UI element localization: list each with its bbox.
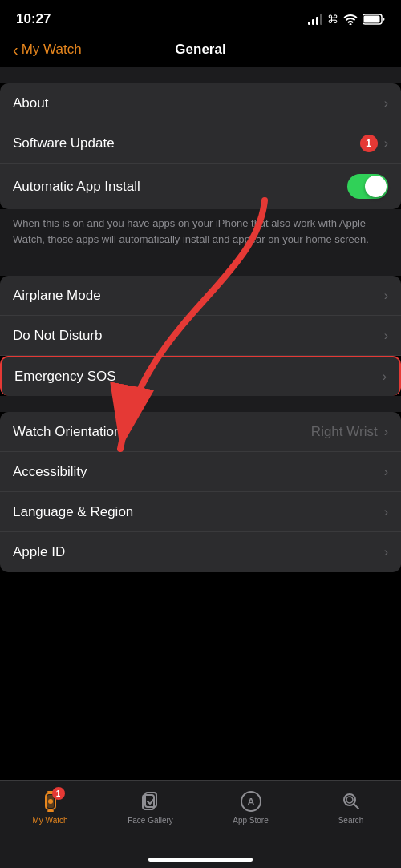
- accessibility-item[interactable]: Accessibility ›: [0, 452, 401, 492]
- search-tab-label: Search: [338, 816, 364, 825]
- section-gap-2: [0, 260, 401, 276]
- settings-group-3: Watch Orientation Right Wrist › Accessib…: [0, 412, 401, 572]
- back-button[interactable]: ‹ My Watch: [13, 42, 82, 58]
- chevron-icon: ›: [384, 505, 388, 519]
- app-store-tab-label: App Store: [233, 816, 268, 825]
- apple-id-right: ›: [384, 545, 388, 559]
- chevron-icon: ›: [384, 465, 388, 479]
- signal-icon: [308, 14, 322, 25]
- about-item[interactable]: About ›: [0, 83, 401, 123]
- tab-bar: 1 My Watch Face Gallery A App Store: [0, 780, 401, 868]
- face-gallery-tab-label: Face Gallery: [128, 816, 173, 825]
- apple-id-item[interactable]: Apple ID ›: [0, 532, 401, 572]
- page-title: General: [175, 42, 225, 58]
- chevron-icon: ›: [384, 425, 388, 439]
- tab-face-gallery[interactable]: Face Gallery: [100, 787, 200, 825]
- language-region-item[interactable]: Language & Region ›: [0, 492, 401, 532]
- toggle-knob: [365, 176, 387, 197]
- tab-my-watch[interactable]: 1 My Watch: [0, 787, 100, 825]
- emergency-sos-right: ›: [383, 369, 387, 384]
- do-not-disturb-label: Do Not Disturb: [13, 328, 102, 344]
- language-region-label: Language & Region: [13, 504, 133, 520]
- chevron-icon: ›: [384, 545, 388, 559]
- back-chevron-icon: ‹: [13, 42, 18, 58]
- section-gap-3: [0, 396, 401, 412]
- auto-app-install-toggle[interactable]: [347, 174, 388, 199]
- chevron-icon: ›: [384, 136, 388, 151]
- search-icon: [340, 790, 363, 813]
- do-not-disturb-right: ›: [384, 329, 388, 343]
- auto-app-install-label: Automatic App Install: [13, 179, 140, 195]
- wifi-icon: [343, 14, 358, 25]
- accessibility-label: Accessibility: [13, 464, 87, 480]
- airplane-mode-item[interactable]: Airplane Mode ›: [0, 276, 401, 316]
- home-indicator: [148, 858, 253, 862]
- chevron-icon: ›: [383, 369, 387, 384]
- watch-orientation-right: Right Wrist ›: [311, 424, 388, 440]
- watch-orientation-value: Right Wrist: [311, 424, 378, 440]
- chevron-icon: ›: [384, 329, 388, 343]
- accessibility-right: ›: [384, 465, 388, 479]
- back-label: My Watch: [22, 42, 82, 58]
- wifi-icon: ⌘: [327, 13, 338, 26]
- svg-point-14: [346, 797, 353, 803]
- svg-point-0: [350, 23, 352, 25]
- tab-search[interactable]: Search: [301, 787, 401, 825]
- software-update-label: Software Update: [13, 135, 115, 151]
- update-badge: 1: [360, 135, 378, 152]
- svg-point-8: [48, 799, 53, 804]
- settings-group-1: About › Software Update 1 › Automatic Ap…: [0, 83, 401, 260]
- about-label: About: [13, 95, 48, 111]
- tab-app-store[interactable]: A App Store: [200, 787, 301, 825]
- watch-orientation-label: Watch Orientation: [13, 424, 121, 440]
- emergency-sos-label: Emergency SOS: [14, 369, 116, 385]
- svg-rect-2: [364, 16, 380, 23]
- status-bar: 10:27 ⌘: [0, 0, 401, 35]
- airplane-mode-label: Airplane Mode: [13, 288, 101, 304]
- settings-group-2: Airplane Mode › Do Not Disturb › Emergen…: [0, 276, 401, 396]
- chevron-icon: ›: [384, 96, 388, 111]
- emergency-sos-item[interactable]: Emergency SOS ›: [0, 356, 401, 396]
- battery-icon: [363, 14, 385, 25]
- do-not-disturb-item[interactable]: Do Not Disturb ›: [0, 316, 401, 356]
- about-right: ›: [384, 96, 388, 111]
- app-store-icon: A: [240, 790, 262, 813]
- language-region-right: ›: [384, 505, 388, 519]
- auto-app-install-item[interactable]: Automatic App Install: [0, 164, 401, 209]
- auto-app-install-description: When this is on and you have apps on you…: [0, 209, 401, 260]
- software-update-right: 1 ›: [360, 135, 388, 152]
- status-icons: ⌘: [308, 13, 385, 26]
- svg-line-15: [354, 804, 358, 809]
- nav-header: ‹ My Watch General: [0, 35, 401, 67]
- face-gallery-icon: [140, 790, 162, 813]
- auto-app-install-right: [347, 174, 388, 199]
- status-time: 10:27: [16, 11, 51, 27]
- my-watch-badge: 1: [52, 787, 65, 800]
- my-watch-icon: 1: [39, 790, 62, 813]
- section-gap-1: [0, 67, 401, 83]
- my-watch-tab-label: My Watch: [32, 816, 67, 825]
- watch-orientation-item[interactable]: Watch Orientation Right Wrist ›: [0, 412, 401, 452]
- svg-text:A: A: [247, 796, 255, 808]
- airplane-mode-right: ›: [384, 289, 388, 303]
- chevron-icon: ›: [384, 289, 388, 303]
- apple-id-label: Apple ID: [13, 544, 65, 560]
- software-update-item[interactable]: Software Update 1 ›: [0, 123, 401, 164]
